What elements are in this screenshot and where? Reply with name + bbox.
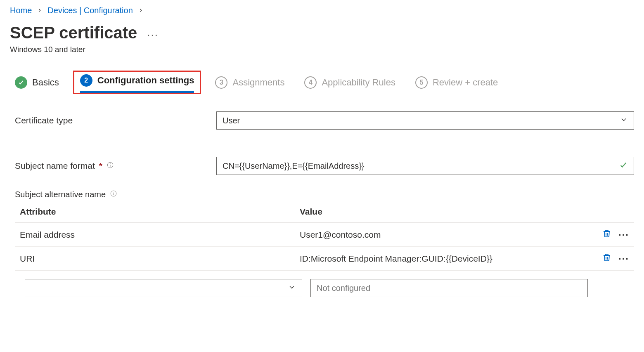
wizard-step-assignments[interactable]: 3 Assignments xyxy=(215,76,284,92)
wizard-step-label: Applicability Rules xyxy=(322,77,395,88)
cell-attribute: URI xyxy=(20,254,300,264)
chevron-right-icon xyxy=(138,6,144,15)
breadcrumb-home[interactable]: Home xyxy=(10,6,32,15)
step-number-badge: 5 xyxy=(415,76,428,89)
subject-name-format-label: Subject name format xyxy=(15,161,95,171)
chevron-down-icon xyxy=(620,116,628,126)
subject-alternative-name-label: Subject alternative name xyxy=(15,190,106,199)
cell-value: ID:Microsoft Endpoint Manager:GUID:{{Dev… xyxy=(300,254,580,264)
cell-value: User1@contoso.com xyxy=(300,230,580,240)
delete-icon[interactable] xyxy=(602,253,612,265)
row-certificate-type: Certificate type User xyxy=(15,108,634,133)
col-attribute: Attribute xyxy=(20,207,300,217)
svg-point-2 xyxy=(110,163,110,164)
step-number-badge: 4 xyxy=(304,76,317,89)
table-row: URI ID:Microsoft Endpoint Manager:GUID:{… xyxy=(15,247,634,271)
page-title: SCEP certificate xyxy=(10,24,137,42)
table-row: Email address User1@contoso.com ··· xyxy=(15,223,634,247)
wizard-steps: Basics 2 Configuration settings 3 Assign… xyxy=(10,57,634,97)
checkmark-icon xyxy=(619,161,628,172)
wizard-step-basics[interactable]: Basics xyxy=(15,76,59,92)
row-more-button[interactable]: ··· xyxy=(618,256,629,261)
cell-attribute: Email address xyxy=(20,230,300,240)
wizard-step-review-create[interactable]: 5 Review + create xyxy=(415,76,498,92)
col-value: Value xyxy=(300,207,580,217)
certificate-type-label: Certificate type xyxy=(15,116,73,125)
page-subtitle: Windows 10 and later xyxy=(10,45,634,54)
wizard-step-applicability-rules[interactable]: 4 Applicability Rules xyxy=(304,76,395,92)
form-section: Certificate type User Subject name forma… xyxy=(10,97,634,201)
san-table: Attribute Value Email address User1@cont… xyxy=(15,201,634,297)
wizard-step-label: Assignments xyxy=(232,77,284,88)
wizard-step-label: Basics xyxy=(32,77,59,88)
chevron-down-icon xyxy=(288,283,296,293)
certificate-type-select[interactable]: User xyxy=(216,111,634,130)
table-header: Attribute Value xyxy=(15,201,634,223)
more-actions-button[interactable]: ··· xyxy=(147,25,159,40)
wizard-step-label: Review + create xyxy=(433,77,498,88)
breadcrumb: Home Devices | Configuration xyxy=(10,4,634,18)
san-value-input[interactable] xyxy=(310,279,588,297)
add-row xyxy=(15,271,593,297)
required-indicator: * xyxy=(99,161,102,171)
delete-icon[interactable] xyxy=(602,229,612,241)
wizard-step-configuration-settings[interactable]: 2 Configuration settings xyxy=(80,74,194,90)
info-icon[interactable] xyxy=(110,190,117,199)
row-more-button[interactable]: ··· xyxy=(618,232,629,237)
subject-name-format-value: CN={{UserName}},E={{EmailAddress}} xyxy=(223,161,365,171)
page-header: SCEP certificate ··· Windows 10 and late… xyxy=(10,18,634,57)
row-subject-name-format: Subject name format * CN={{UserName}},E=… xyxy=(15,154,634,178)
check-icon xyxy=(15,76,27,89)
subject-name-format-input[interactable]: CN={{UserName}},E={{EmailAddress}} xyxy=(216,157,634,175)
step-number-badge: 2 xyxy=(80,74,92,87)
san-heading: Subject alternative name xyxy=(15,178,634,201)
wizard-step-label: Configuration settings xyxy=(97,75,194,86)
info-icon[interactable] xyxy=(107,161,114,171)
chevron-right-icon xyxy=(37,6,43,15)
san-attribute-select[interactable] xyxy=(25,279,302,297)
svg-point-5 xyxy=(114,192,114,192)
step-number-badge: 3 xyxy=(215,76,227,89)
breadcrumb-devices[interactable]: Devices | Configuration xyxy=(47,6,133,15)
certificate-type-value: User xyxy=(223,116,240,125)
